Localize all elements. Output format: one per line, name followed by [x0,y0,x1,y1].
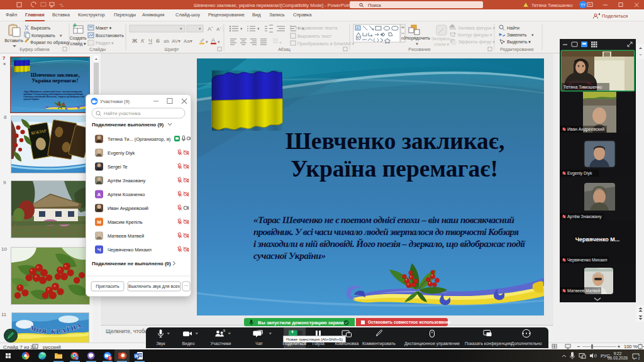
svg-text:Дистанционное управление: Дистанционное управление [404,341,460,346]
svg-text:Контур фигуры ▾: Контур фигуры ▾ [458,33,492,38]
svg-text:Эффекты фигур ▾: Эффекты фигур ▾ [458,40,495,45]
svg-text:▾: ▾ [240,26,243,31]
svg-text:▾: ▾ [218,40,220,44]
svg-text:Ж: Ж [131,38,138,44]
svg-text:Червяченко М...: Червяченко М... [575,236,620,243]
svg-text:Дополнительно: Дополнительно [511,341,542,346]
svg-text:Evgeniy Diyk: Evgeniy Diyk [567,171,592,176]
svg-text:провідник. У всі часи чимало л: провідник. У всі часи чимало людей зверт… [253,226,519,237]
svg-text:Артём Знаковану: Артём Знаковану [108,178,145,184]
svg-text:▾: ▾ [60,33,62,38]
svg-text:2: 2 [638,356,640,360]
svg-text:Копировать: Копировать [31,33,55,38]
svg-text:▾: ▾ [257,26,260,31]
svg-text:▾: ▾ [416,41,418,46]
svg-text:Упорядочить: Упорядочить [404,36,430,41]
svg-text:Поиск: Поиск [368,3,382,8]
svg-text:Заменить: Заменить [507,33,527,37]
svg-text:Шевченко закликає,: Шевченко закликає, [286,128,505,154]
svg-text:Sergei Te: Sergei Te [108,164,128,170]
svg-text:А: А [211,37,215,43]
svg-text:Артем Козаченко: Артем Козаченко [108,192,145,197]
svg-text:Матвеев Матвей: Матвеев Матвей [567,288,601,293]
svg-text:К: К [141,38,145,44]
svg-text:Выделить ▾: Выделить ▾ [507,40,531,45]
svg-text:Максим Крепіль: Максим Крепіль [108,219,143,225]
svg-text:Aˇ: Aˇ [216,26,221,32]
svg-text:Раздел ▾: Раздел ▾ [96,41,114,46]
svg-text:▾: ▾ [531,33,534,37]
svg-text:Evgeniy Diyk: Evgeniy Diyk [108,150,135,156]
svg-text:Червяченко Михаил: Червяченко Михаил [108,247,152,253]
svg-text:Восстановить: Восстановить [96,33,124,38]
svg-text:Участники (9): Участники (9) [100,99,130,104]
svg-text:Найти участника: Найти участника [104,111,141,116]
svg-text:Экспресс-: Экспресс- [431,36,452,41]
svg-text:▾: ▾ [199,26,201,31]
svg-text:Вырезать: Вырезать [31,26,50,31]
svg-text:Участники: Участники [211,341,231,346]
svg-text:▾: ▾ [279,40,282,45]
svg-text:Иван Андреевский: Иван Андреевский [108,206,148,211]
svg-text:Иван Андреевский: Иван Андреевский [567,127,604,132]
svg-text:S: S [156,38,160,44]
svg-text:Рисование: Рисование [408,47,430,52]
svg-text:стили ▾: стили ▾ [434,42,450,47]
svg-text:Ч: Ч [148,38,152,44]
svg-text:Преобразовать в SmartArt ▾: Преобразовать в SmartArt ▾ [297,41,355,47]
svg-text:G: G [75,356,78,360]
svg-text:Тетяна Тимошенко: Тетяна Тимошенко [531,3,573,8]
svg-text:Подключение выполнено (9): Подключение выполнено (9) [92,122,164,128]
svg-text:Создать: Создать [70,36,87,41]
svg-text:Тетяна Тимошенко: Тетяна Тимошенко [564,85,602,89]
svg-text:P: P [121,353,125,358]
svg-text:9: 9 [109,356,111,360]
svg-text:Макет ▾: Макет ▾ [96,26,112,30]
svg-text:ТТ: ТТ [580,3,586,7]
svg-text:«Тарас Шевченко не є поетом од: «Тарас Шевченко не є поетом однієї епохи… [253,214,514,225]
svg-text:Подключение не выполнено (0): Подключение не выполнено (0) [92,261,171,266]
svg-text:▾: ▾ [206,40,208,44]
svg-text:Найти: Найти [507,26,519,30]
svg-text:Заливка фигуры ▾: Заливка фигуры ▾ [458,26,495,31]
svg-text:К: К [51,328,56,335]
svg-text:Артём Знаковану: Артём Знаковану [567,214,602,219]
svg-text:Шевченко закликає, україна пер: Шевченко закликає, україна перемагає![Co… [194,3,352,8]
svg-text:06.03.2026: 06.03.2026 [608,356,628,360]
svg-text:Матвеев Матвей: Матвеев Матвей [108,233,144,239]
svg-text:Aa▾: Aa▾ [184,38,192,44]
svg-text:Слайды: Слайды [89,47,106,52]
svg-text:Абзац: Абзац [278,47,291,52]
svg-text:Формат по образцу: Формат по образцу [30,40,70,45]
svg-text:слайд ▾: слайд ▾ [70,41,86,47]
svg-text:А: А [97,192,101,197]
svg-text:Тетяна Ти... (Организатор, я): Тетяна Ти... (Организатор, я) [108,136,171,142]
svg-text:AV▾: AV▾ [172,38,180,44]
svg-text:Показать конференцию: Показать конференцию [465,341,512,346]
svg-text:Буфер обмена: Буфер обмена [19,47,50,52]
svg-text:Пригласить: Пригласить [96,284,119,289]
svg-text:сучасної України»: сучасної України» [253,250,326,261]
svg-text:М: М [97,219,101,225]
svg-text:Редактирование: Редактирование [500,47,533,52]
svg-text:Выключить звук для всех: Выключить звук для всех [128,284,180,289]
svg-text:Україна перемагає!: Україна перемагає! [291,156,498,182]
svg-text:▾: ▾ [180,26,182,31]
svg-text:9: 9 [223,329,226,332]
svg-text:Шрифт: Шрифт [164,47,179,52]
svg-text:Р: Р [56,328,60,335]
svg-text:Вставить: Вставить [4,38,23,43]
svg-text:⋯: ⋯ [184,283,189,288]
svg-text:Червяченко Михаил: Червяченко Михаил [567,258,607,263]
svg-text:100 %: 100 % [624,344,638,349]
svg-text:A: A [357,26,359,30]
svg-text:ab: ab [164,38,169,44]
svg-text:Звук: Звук [157,341,165,346]
svg-text:Aˇ: Aˇ [208,26,213,32]
svg-text:Выровнять текст: Выровнять текст [297,34,332,39]
svg-text:Чат: Чат [255,341,262,346]
svg-text:Направление текста: Направление текста [296,26,337,31]
svg-text:і знаходили в ній відповіді. Й: і знаходили в ній відповіді. Його поезія… [253,238,526,249]
svg-text:W: W [135,354,139,358]
svg-text:Поделиться: Поделиться [602,13,628,19]
